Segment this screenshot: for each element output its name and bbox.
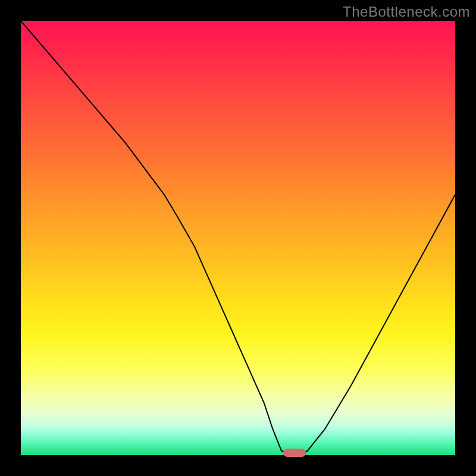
chart-frame: TheBottleneck.com [0,0,476,476]
watermark-text: TheBottleneck.com [343,4,470,20]
curve-path [21,21,455,455]
plot-area [21,21,455,455]
bottleneck-curve [21,21,455,455]
optimal-marker [283,449,306,457]
